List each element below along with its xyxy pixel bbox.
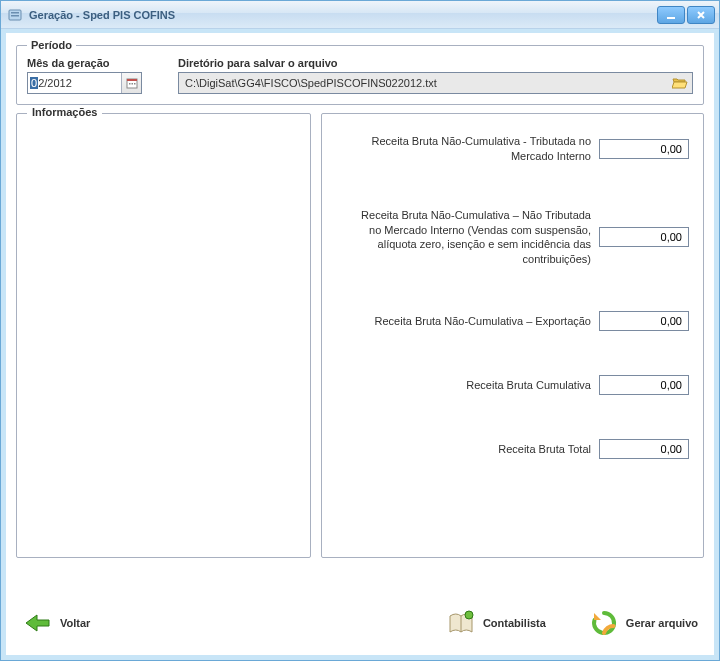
- minimize-button[interactable]: [657, 6, 685, 24]
- titlebar: Geração - Sped PIS COFINS: [1, 1, 719, 29]
- folder-open-icon: [672, 76, 688, 90]
- window-root: Geração - Sped PIS COFINS Período Mês da…: [0, 0, 720, 661]
- svg-rect-6: [129, 83, 131, 85]
- svg-rect-2: [11, 15, 19, 17]
- svg-point-9: [465, 611, 473, 619]
- field-input-3[interactable]: [599, 375, 689, 395]
- footer: Voltar Contabilista: [16, 601, 704, 645]
- voltar-button[interactable]: Voltar: [16, 603, 96, 643]
- app-icon: [7, 7, 23, 23]
- svg-rect-1: [11, 12, 19, 14]
- mes-rest: 2/2012: [38, 77, 72, 89]
- refresh-icon: [588, 607, 620, 639]
- contabilista-button[interactable]: Contabilista: [439, 603, 552, 643]
- dir-input-wrap: C:\DigiSat\GG4\FISCO\SpedPISCOFINS022012…: [178, 72, 693, 94]
- dir-value: C:\DigiSat\GG4\FISCO\SpedPISCOFINS022012…: [179, 77, 668, 89]
- field-label-1: Receita Bruta Não-Cumulativa – Não Tribu…: [351, 208, 591, 267]
- window-title: Geração - Sped PIS COFINS: [29, 9, 175, 21]
- informacoes-legend: Informações: [27, 106, 102, 118]
- field-label-2: Receita Bruta Não-Cumulativa – Exportaçã…: [375, 314, 591, 329]
- close-button[interactable]: [687, 6, 715, 24]
- field-input-2[interactable]: [599, 311, 689, 331]
- svg-rect-8: [134, 83, 136, 85]
- informacoes-panel: Informações: [16, 113, 311, 558]
- back-arrow-icon: [22, 607, 54, 639]
- field-input-4[interactable]: [599, 439, 689, 459]
- periodo-group: Período Mês da geração 02/2012: [16, 39, 704, 105]
- contabilista-label: Contabilista: [483, 617, 546, 629]
- mes-input[interactable]: 02/2012: [28, 73, 121, 93]
- mes-selected-char: 0: [30, 77, 38, 89]
- field-label-0: Receita Bruta Não-Cumulativa - Tributada…: [351, 134, 591, 164]
- book-icon: [445, 607, 477, 639]
- field-label-3: Receita Bruta Cumulativa: [466, 378, 591, 393]
- calendar-icon: [126, 77, 138, 89]
- field-input-1[interactable]: [599, 227, 689, 247]
- content: Período Mês da geração 02/2012: [6, 33, 714, 655]
- receitas-panel: Receita Bruta Não-Cumulativa - Tributada…: [321, 113, 704, 558]
- svg-rect-7: [131, 83, 133, 85]
- content-frame: Período Mês da geração 02/2012: [1, 29, 719, 660]
- dir-label: Diretório para salvar o arquivo: [178, 57, 693, 69]
- svg-rect-3: [667, 17, 675, 19]
- browse-button[interactable]: [668, 73, 692, 93]
- svg-rect-5: [127, 79, 137, 81]
- periodo-legend: Período: [27, 39, 76, 51]
- calendar-button[interactable]: [121, 73, 141, 93]
- mes-input-wrap[interactable]: 02/2012: [27, 72, 142, 94]
- mes-label: Mês da geração: [27, 57, 162, 69]
- gerar-label: Gerar arquivo: [626, 617, 698, 629]
- field-input-0[interactable]: [599, 139, 689, 159]
- window-buttons: [657, 6, 715, 24]
- gerar-button[interactable]: Gerar arquivo: [582, 603, 704, 643]
- voltar-label: Voltar: [60, 617, 90, 629]
- field-label-4: Receita Bruta Total: [498, 442, 591, 457]
